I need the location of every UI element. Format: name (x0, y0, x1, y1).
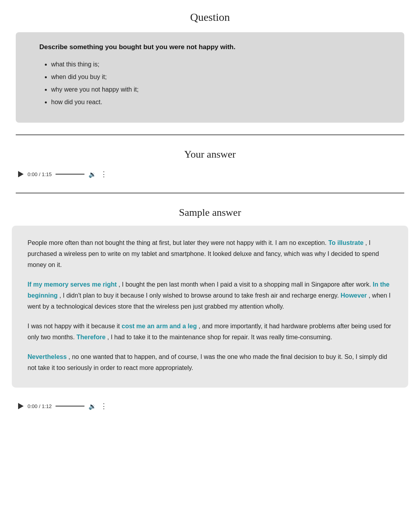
your-answer-volume-icon[interactable]: 🔉 (88, 171, 96, 178)
section-divider-2 (16, 193, 404, 193)
sample-paragraph-2: If my memory serves me right , I bought … (28, 279, 392, 312)
sample-answer-audio-player: 0:00 / 1:12 🔉 ⋮ (12, 399, 114, 413)
sample-answer-volume-icon[interactable]: 🔉 (88, 403, 96, 410)
question-bullets: what this thing is;when did you buy it;w… (39, 58, 381, 109)
highlight-to-illustrate: To illustrate (328, 239, 364, 246)
question-prompt: Describe something you bought but you we… (39, 43, 381, 51)
sample-answer-time: 0:00 / 1:12 (28, 403, 52, 409)
highlight-if-my-memory: If my memory serves me right (28, 281, 117, 288)
highlight-nevertheless: Nevertheless (28, 353, 67, 360)
sample-paragraph-4: Nevertheless , no one wanted that to hap… (28, 351, 392, 373)
bullet-item-4: how did you react. (51, 96, 381, 109)
your-answer-progress-bar[interactable] (55, 174, 85, 175)
your-answer-audio-player: 0:00 / 1:15 🔉 ⋮ (12, 167, 114, 181)
bullet-item-3: why were you not happy with it; (51, 83, 381, 96)
section-divider-1 (16, 134, 404, 135)
sample-paragraph-1: People more often than not bought the th… (28, 237, 392, 270)
your-answer-play-button[interactable] (18, 171, 24, 177)
sample-paragraph-3: I was not happy with it because it cost … (28, 321, 392, 343)
question-box: Describe something you bought but you we… (16, 32, 404, 123)
sample-answer-box: People more often than not bought the th… (12, 226, 408, 388)
highlight-cost-arm-leg: cost me an arm and a leg (122, 323, 197, 329)
your-answer-more-icon[interactable]: ⋮ (100, 170, 108, 178)
highlight-therefore: Therefore (77, 334, 106, 340)
sample-answer-play-button[interactable] (18, 403, 24, 409)
sample-answer-progress-bar[interactable] (55, 406, 85, 406)
bullet-item-2: when did you buy it; (51, 71, 381, 83)
sample-answer-title: Sample answer (0, 197, 420, 226)
your-answer-title: Your answer (0, 139, 420, 167)
highlight-however: However (341, 292, 367, 299)
bullet-item-1: what this thing is; (51, 58, 381, 71)
your-answer-time: 0:00 / 1:15 (28, 171, 52, 177)
page-title: Question (0, 0, 420, 32)
sample-answer-more-icon[interactable]: ⋮ (100, 402, 108, 410)
